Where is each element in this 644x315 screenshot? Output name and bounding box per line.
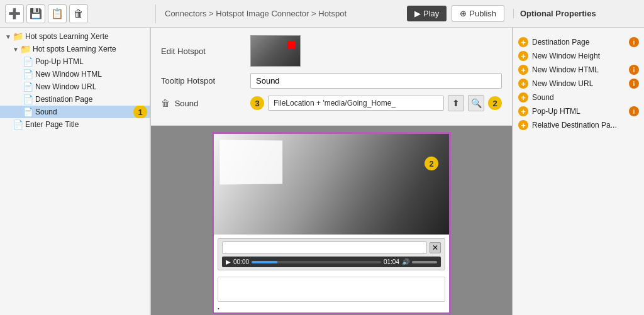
info-new-window-url-icon[interactable]: i bbox=[629, 79, 639, 89]
folder-icon: 📁 bbox=[13, 31, 23, 41]
tooltip-hotspot-row: Tooltip Hotspot bbox=[161, 73, 502, 89]
add-destination-page-icon[interactable]: + bbox=[518, 37, 528, 47]
optional-item-new-window-url[interactable]: + New Window URL i bbox=[518, 77, 639, 91]
center-panel: Edit Hotspot Tooltip Hotspot 🗑 Sound bbox=[151, 28, 512, 315]
tree-item-enter-page-label: Enter Page Title bbox=[25, 120, 79, 129]
add-popup-html-icon[interactable]: + bbox=[518, 106, 528, 116]
tree-root1-label: Hot spots Learning Xerte bbox=[25, 32, 109, 41]
tree-item-popup[interactable]: 📄 Pop-Up HTML bbox=[0, 55, 150, 68]
tree-item-destpage[interactable]: 📄 Destination Page bbox=[0, 93, 150, 106]
tree-item-newwindowhtml[interactable]: 📄 New Window HTML bbox=[0, 68, 150, 80]
toolbar: ➕ 💾 📋 🗑 Connectors > Hotspot Image Conne… bbox=[0, 0, 644, 28]
tree-expand-icon: ▼ bbox=[5, 33, 11, 40]
badge-2-preview: 2 bbox=[425, 157, 438, 170]
tree-item-popup-label: Pop-Up HTML bbox=[35, 57, 84, 66]
audio-volume-icon[interactable]: 🔊 bbox=[402, 258, 409, 265]
optional-item-destination-page[interactable]: + Destination Page i bbox=[518, 35, 639, 49]
add-sound-icon[interactable]: + bbox=[518, 92, 528, 102]
play-icon: ▶ bbox=[414, 9, 421, 18]
preview-box: ✕ ▶ 00:00 01:04 🔊 • bbox=[212, 132, 451, 314]
save-button[interactable]: 💾 bbox=[26, 4, 45, 23]
audio-close-button[interactable]: ✕ bbox=[430, 242, 441, 253]
tree-item-sound[interactable]: 📄 Sound 1 bbox=[0, 106, 150, 118]
audio-time-end: 01:04 bbox=[384, 258, 399, 265]
hotspot-red-marker bbox=[287, 41, 295, 48]
add-relative-dest-icon[interactable]: + bbox=[518, 120, 528, 130]
audio-play-button[interactable]: ▶ bbox=[226, 258, 231, 265]
delete-button[interactable]: 🗑 bbox=[69, 4, 88, 23]
file-icon2: 📄 bbox=[23, 69, 33, 79]
add-new-window-url-icon[interactable]: + bbox=[518, 79, 528, 89]
hotspot-thumbnail[interactable] bbox=[250, 35, 301, 67]
optional-item-relative-dest[interactable]: + Relative Destination Pa... bbox=[518, 118, 639, 132]
left-panel-tree: ▼ 📁 Hot spots Learning Xerte ▼ 📁 Hot spo… bbox=[0, 28, 151, 315]
tree-root1[interactable]: ▼ 📁 Hot spots Learning Xerte bbox=[0, 30, 150, 43]
sound-label-wrapper: 🗑 Sound bbox=[161, 98, 243, 108]
preview-dot: • bbox=[214, 304, 449, 312]
preview-white-panel bbox=[219, 140, 282, 184]
audio-progress-fill bbox=[252, 261, 277, 263]
play-button[interactable]: ▶ Play bbox=[407, 6, 447, 21]
toolbar-center: Connectors > Hotspot Image Connector > H… bbox=[158, 5, 511, 22]
main-area: ▼ 📁 Hot spots Learning Xerte ▼ 📁 Hot spo… bbox=[0, 28, 644, 315]
file-icon3: 📄 bbox=[23, 82, 33, 92]
play-label: Play bbox=[423, 9, 439, 18]
optional-item-new-window-html[interactable]: + New Window HTML i bbox=[518, 63, 639, 77]
toolbar-left: ➕ 💾 📋 🗑 bbox=[5, 4, 156, 23]
optional-item-new-window-height[interactable]: + New Window Height bbox=[518, 49, 639, 63]
optional-new-window-html-label: New Window HTML bbox=[532, 65, 625, 74]
preview-textarea[interactable] bbox=[218, 277, 445, 302]
info-new-window-html-icon[interactable]: i bbox=[629, 65, 639, 75]
badge-1: 1 bbox=[133, 106, 147, 118]
folder-icon2: 📁 bbox=[20, 44, 30, 54]
preview-image bbox=[214, 134, 449, 235]
tree-item-destpage-label: Destination Page bbox=[35, 95, 92, 104]
tree-item-newwindowhtml-label: New Window HTML bbox=[35, 70, 102, 79]
audio-player: ✕ ▶ 00:00 01:04 🔊 bbox=[218, 238, 445, 270]
tooltip-input[interactable] bbox=[250, 73, 502, 89]
edit-hotspot-row: Edit Hotspot bbox=[161, 35, 502, 67]
info-popup-html-icon[interactable]: i bbox=[629, 106, 639, 116]
audio-search-bar[interactable] bbox=[222, 241, 427, 254]
sound-input-row: 3 ⬆ 🔍 2 bbox=[250, 95, 502, 111]
badge-2-sound: 2 bbox=[488, 96, 502, 110]
audio-volume-bar[interactable] bbox=[412, 261, 437, 263]
copy-button[interactable]: 📋 bbox=[48, 4, 67, 23]
optional-popup-html-label: Pop-Up HTML bbox=[532, 107, 625, 116]
tooltip-hotspot-label: Tooltip Hotspot bbox=[161, 76, 243, 86]
upload-button[interactable]: ⬆ bbox=[448, 95, 464, 111]
tree-item-newwindowurl-label: New Window URL bbox=[35, 82, 96, 91]
optional-new-window-height-label: New Window Height bbox=[532, 52, 639, 60]
optional-item-popup-html[interactable]: + Pop-Up HTML i bbox=[518, 104, 639, 118]
tree-item-enter-page[interactable]: 📄 Enter Page Title bbox=[0, 118, 150, 131]
tree-item-newwindowurl[interactable]: 📄 New Window URL bbox=[0, 80, 150, 93]
optional-relative-dest-label: Relative Destination Pa... bbox=[532, 121, 639, 130]
publish-button[interactable]: ⊕ Publish bbox=[452, 5, 504, 22]
optional-item-sound[interactable]: + Sound bbox=[518, 91, 639, 104]
add-button[interactable]: ➕ bbox=[5, 4, 24, 23]
add-new-window-html-icon[interactable]: + bbox=[518, 65, 528, 75]
audio-player-header: ✕ bbox=[222, 241, 441, 254]
sound-field-label: Sound bbox=[175, 99, 199, 108]
info-destination-page-icon[interactable]: i bbox=[629, 37, 639, 47]
edit-hotspot-label: Edit Hotspot bbox=[161, 47, 243, 56]
file-icon4: 📄 bbox=[23, 94, 33, 104]
tree-root2[interactable]: ▼ 📁 Hot spots Learning Xerte bbox=[0, 43, 150, 55]
add-new-window-height-icon[interactable]: + bbox=[518, 51, 528, 61]
sound-input[interactable] bbox=[268, 96, 444, 111]
search-button[interactable]: 🔍 bbox=[468, 95, 484, 111]
publish-icon: ⊕ bbox=[460, 9, 467, 18]
delete-sound-icon[interactable]: 🗑 bbox=[161, 98, 170, 108]
optional-sound-label: Sound bbox=[532, 93, 639, 102]
audio-progress-bar[interactable] bbox=[252, 261, 381, 263]
optional-properties-title: Optional Properties bbox=[520, 9, 596, 18]
tree-expand-icon2: ▼ bbox=[13, 46, 19, 53]
badge-3: 3 bbox=[250, 96, 264, 110]
optional-new-window-url-label: New Window URL bbox=[532, 79, 625, 88]
file-icon: 📄 bbox=[23, 57, 33, 67]
audio-time-start: 00:00 bbox=[233, 258, 249, 265]
optional-properties-header: Optional Properties bbox=[513, 9, 639, 18]
file-icon6: 📄 bbox=[13, 119, 23, 130]
right-panel: + Destination Page i + New Window Height… bbox=[512, 28, 644, 315]
optional-destination-page-label: Destination Page bbox=[532, 38, 625, 47]
